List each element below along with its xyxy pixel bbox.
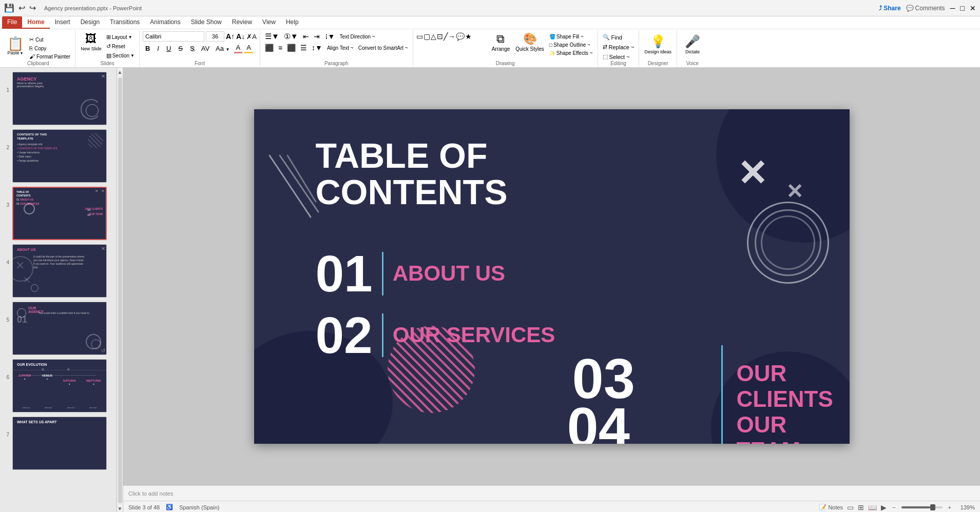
tab-insert[interactable]: Insert xyxy=(50,16,75,29)
layout-button[interactable]: ⊞ Layout ▼ xyxy=(105,33,136,41)
highlight-color-button[interactable]: A xyxy=(244,43,253,53)
font-size-input[interactable] xyxy=(206,31,224,42)
tab-view[interactable]: View xyxy=(257,16,281,29)
slide-thumb-4[interactable]: 4 ABOUT US ✕ ✕ It could be the part of t… xyxy=(2,244,114,298)
increase-indent[interactable]: ⇥ xyxy=(312,32,321,41)
paragraph-label: Paragraph xyxy=(263,61,410,67)
slide-thumb-5[interactable]: 5 OURAGENCY 01 You could enter a subtitl… xyxy=(2,302,114,355)
section-button[interactable]: ▤ Section ▼ xyxy=(105,52,136,60)
numbering-button[interactable]: ①▼ xyxy=(282,31,300,42)
slide-thumb-7[interactable]: 7 WHAT SETS US APART xyxy=(2,417,114,470)
slide-thumb-2[interactable]: 2 CONTENTS OF THIS TEMPLATE • Agency tem… xyxy=(2,129,114,183)
align-right[interactable]: ⬛ xyxy=(285,43,297,52)
zoom-in-button[interactable]: + xyxy=(947,504,953,510)
slide-delete-6b[interactable]: ✕ xyxy=(67,367,70,372)
slide-delete-6a[interactable]: ✕ xyxy=(41,367,45,372)
tab-review[interactable]: Review xyxy=(227,16,257,29)
char-spacing-button[interactable]: AV xyxy=(199,44,212,53)
shape-arrow[interactable]: → xyxy=(448,32,455,41)
voice-label: Voice xyxy=(680,61,705,67)
decrease-indent[interactable]: ⇤ xyxy=(301,32,311,41)
align-left[interactable]: ⬛ xyxy=(263,43,275,52)
cut-button[interactable]: ✂ Cut xyxy=(28,36,72,44)
shape-rounded-rect[interactable]: ▢ xyxy=(424,32,430,41)
columns-button[interactable]: ⫶▼ xyxy=(323,32,337,41)
dictate-button[interactable]: 🎤 Dictate xyxy=(683,33,702,55)
quick-styles-button[interactable]: 🎨 Quick Styles xyxy=(513,31,546,53)
canvas-area: ✕ ✕ TABLE OF CONTENTS 01 ABOUT US 02 xyxy=(123,68,980,512)
tab-home[interactable]: Home xyxy=(22,16,49,29)
shape-more[interactable]: ⊡ xyxy=(437,32,443,41)
shape-triangle[interactable]: △ xyxy=(431,32,436,41)
format-painter-button[interactable]: 🖌 Format Painter xyxy=(28,53,72,60)
shape-fill-button[interactable]: 🪣Shape Fill ~ xyxy=(548,33,594,40)
shadow-button[interactable]: S xyxy=(187,44,197,53)
normal-view-button[interactable]: ▭ xyxy=(847,503,854,511)
slide-thumb-3[interactable]: 3 TABLE OFCONTENTS 01 ABOUT US 02 OUR SE… xyxy=(2,187,114,240)
minimize-button[interactable]: ─ xyxy=(950,4,955,12)
shape-effects-button[interactable]: ✨Shape Effects ~ xyxy=(548,50,594,56)
slide-thumb-6[interactable]: 6 OUR EVOLUTION JUPITER● VENUS● SATURN● … xyxy=(2,359,114,412)
convert-smartart[interactable]: Convert to SmartArt ~ xyxy=(357,45,410,51)
arrange-button[interactable]: ⧉ Arrange xyxy=(490,31,512,53)
maximize-button[interactable]: □ xyxy=(960,4,965,12)
tab-help[interactable]: Help xyxy=(281,16,304,29)
strikethrough-button[interactable]: S xyxy=(176,44,185,53)
reading-view-button[interactable]: 📖 xyxy=(868,503,877,511)
shape-star[interactable]: ★ xyxy=(465,32,472,41)
font-name-input[interactable] xyxy=(143,31,204,42)
italic-button[interactable]: I xyxy=(155,44,162,53)
slide-number-4: 4 xyxy=(2,260,9,265)
paste-button[interactable]: 📋 Paste ▼ xyxy=(4,36,27,60)
align-center[interactable]: ≡ xyxy=(277,43,284,52)
accessibility-icon[interactable]: ♿ xyxy=(166,504,173,510)
slide-delete-3a[interactable]: ✕ xyxy=(95,189,99,193)
slide-delete-1[interactable]: ✕ xyxy=(101,73,105,79)
tab-file[interactable]: File xyxy=(2,16,22,29)
slide-delete-3b[interactable]: ✕ xyxy=(101,189,105,193)
font-color-button[interactable]: A xyxy=(234,43,243,53)
slide-thumb-1[interactable]: 1 AGENCY Here is where your presentation… xyxy=(2,72,114,125)
font-size-decrease[interactable]: A↓ xyxy=(236,32,245,41)
align-text-button[interactable]: Align Text ~ xyxy=(325,45,355,51)
copy-button[interactable]: ⎘ Copy xyxy=(28,45,72,52)
notes-button[interactable]: 📝 Notes xyxy=(819,504,843,511)
font-size-increase[interactable]: A↑ xyxy=(226,32,235,41)
share-button[interactable]: ⤴ Share xyxy=(879,5,900,12)
underline-button[interactable]: U xyxy=(164,44,174,53)
text-direction-button[interactable]: Text Direction ~ xyxy=(338,33,376,40)
tab-design[interactable]: Design xyxy=(75,16,105,29)
slide-sorter-button[interactable]: ⊞ xyxy=(858,503,864,511)
tab-transitions[interactable]: Transitions xyxy=(105,16,145,29)
close-button[interactable]: ✕ xyxy=(970,4,976,12)
shape-line[interactable]: ╱ xyxy=(444,32,448,41)
clear-formatting[interactable]: ✗A xyxy=(246,33,257,41)
zoom-level[interactable]: 139% xyxy=(957,504,975,510)
shape-callout[interactable]: 💬 xyxy=(456,32,465,41)
select-button[interactable]: ⬚Select ~ xyxy=(601,53,636,61)
line-spacing[interactable]: ↕▼ xyxy=(310,43,324,52)
notes-bar[interactable]: Click to add notes xyxy=(123,485,980,501)
tab-slideshow[interactable]: Slide Show xyxy=(186,16,227,29)
main-slide-canvas[interactable]: ✕ ✕ TABLE OF CONTENTS 01 ABOUT US 02 xyxy=(254,109,850,444)
new-slide-button[interactable]: 🖼 New Slide xyxy=(79,31,104,52)
toc-item-2: 02 OUR SERVICES xyxy=(316,309,555,361)
shape-outline-button[interactable]: □Shape Outline ~ xyxy=(548,42,594,48)
bold-button[interactable]: B xyxy=(143,44,152,53)
slide-show-button[interactable]: ▶ xyxy=(881,503,887,511)
zoom-out-button[interactable]: − xyxy=(891,504,897,510)
comments-button[interactable]: 💬 Comments xyxy=(906,5,945,12)
tab-animations[interactable]: Animations xyxy=(145,16,185,29)
shape-rectangle[interactable]: ▭ xyxy=(416,32,423,41)
bullets-button[interactable]: ☰▼ xyxy=(263,31,281,42)
reset-button[interactable]: ↺ Reset xyxy=(105,43,136,50)
slide-number-1: 1 xyxy=(2,87,9,93)
zoom-slider[interactable] xyxy=(901,506,943,508)
slide-delete-4[interactable]: ✕ xyxy=(101,246,105,251)
replace-button[interactable]: ⇄Replace ~ xyxy=(601,43,636,51)
slide-info-5[interactable]: ↺ xyxy=(101,348,105,353)
design-ideas-button[interactable]: 💡 Design Ideas xyxy=(642,33,674,55)
justify[interactable]: ☰ xyxy=(299,43,309,52)
find-button[interactable]: 🔍Find xyxy=(601,33,636,41)
change-case-button[interactable]: Aa ▼ xyxy=(214,44,232,53)
